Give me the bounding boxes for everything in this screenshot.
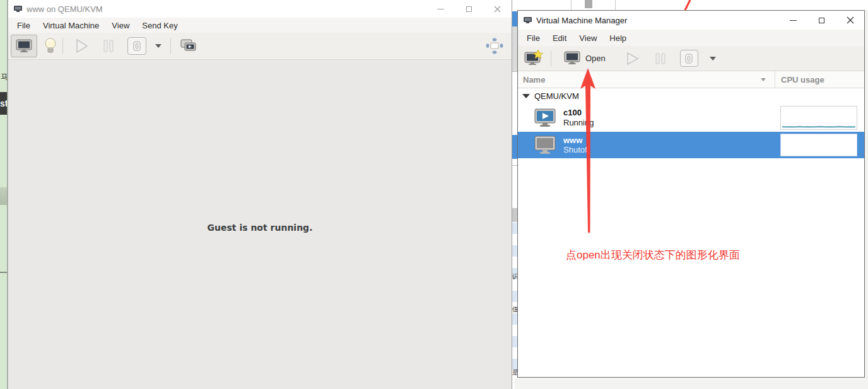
vm-window-icon — [13, 5, 23, 13]
bg-scrollbar-thumb — [585, 0, 592, 8]
menu-file[interactable]: File — [11, 19, 37, 32]
clipped-text: 识 — [512, 272, 517, 281]
gap-line — [512, 165, 517, 166]
manager-window-title: Virtual Machine Manager — [536, 16, 627, 25]
connection-label: QEMU/KVM — [534, 91, 579, 101]
gap-blue-block — [512, 135, 517, 159]
console-window: www on QEMU/KVM File Virtual Machine Vie… — [8, 0, 512, 389]
shutdown-menu-arrow[interactable] — [155, 44, 161, 48]
run-icon-disabled[interactable] — [73, 38, 90, 54]
clipped-text: 是 — [512, 368, 517, 377]
clipped-dark-badge: st — [0, 92, 8, 115]
cpu-usage-graph — [780, 106, 857, 130]
manager-window: Virtual Machine Manager File Edit View H… — [517, 10, 865, 378]
manager-toolbar: Open — [518, 46, 864, 71]
menu-view[interactable]: View — [105, 19, 136, 32]
column-header-cpu[interactable]: CPU usage — [775, 75, 824, 84]
vm-list-header: Name CPU usage — [518, 71, 864, 88]
sliver-band — [0, 187, 8, 205]
close-button[interactable] — [836, 11, 864, 30]
sliver-divider — [0, 272, 8, 273]
close-icon — [847, 16, 854, 24]
shutdown-icon — [685, 54, 693, 64]
cpu-usage-cell — [780, 106, 857, 130]
vm-row-www-selected[interactable]: www Shutoff — [518, 132, 864, 158]
desktop: { "background": { "left_edge": { "partia… — [0, 0, 868, 389]
shutdown-icon — [133, 41, 141, 51]
cpu-usage-graph-empty — [780, 134, 857, 156]
cpu-sparkline — [781, 107, 857, 129]
minimize-button[interactable] — [779, 11, 807, 30]
annotation-arrow-up — [580, 68, 597, 235]
gap-blue-block — [512, 11, 517, 26]
gap-table-rows — [512, 223, 517, 377]
annotation-text: 点open出现关闭状态下的图形化界面 — [566, 248, 740, 262]
background-window-top-sliver — [517, 0, 868, 10]
menu-virtual-machine[interactable]: Virtual Machine — [37, 19, 105, 32]
close-icon — [494, 6, 501, 13]
guest-status-message: Guest is not running. — [8, 223, 512, 233]
open-button-label: Open — [585, 54, 606, 63]
menu-edit[interactable]: Edit — [546, 32, 573, 45]
maximize-icon — [466, 6, 472, 12]
background-area — [515, 378, 868, 389]
connection-row-qemu[interactable]: QEMU/KVM — [518, 88, 864, 103]
vm-list: QEMU/KVM c100 Running — [518, 88, 864, 377]
menu-send-key[interactable]: Send Key — [136, 19, 184, 32]
gap-line — [512, 71, 517, 72]
vm-row-c100[interactable]: c100 Running — [518, 103, 864, 132]
pause-icon-disabled[interactable] — [102, 39, 115, 53]
background-window-left-sliver: 马 st — [0, 0, 8, 389]
column-header-name[interactable]: Name — [518, 71, 775, 88]
open-console-icon — [564, 51, 580, 66]
menu-help[interactable]: Help — [603, 32, 633, 45]
console-window-title: www on QEMU/KVM — [26, 4, 103, 14]
gap-gray-block — [512, 26, 517, 71]
shutdown-menu-arrow[interactable] — [710, 57, 716, 61]
menu-view[interactable]: View — [573, 32, 603, 45]
maximize-icon — [819, 18, 824, 23]
cpu-usage-cell — [780, 134, 857, 156]
manager-menubar: File Edit View Help — [518, 30, 864, 46]
run-icon-disabled[interactable] — [625, 51, 640, 66]
bg-vline — [571, 0, 572, 10]
manager-titlebar[interactable]: Virtual Machine Manager — [518, 11, 864, 30]
console-client-area: Guest is not running. — [8, 60, 512, 389]
virtual-displays-icon[interactable] — [180, 38, 197, 54]
fullscreen-icon[interactable] — [485, 37, 504, 55]
close-button[interactable] — [483, 0, 512, 18]
minimize-button[interactable] — [426, 0, 455, 18]
clipped-text: 值 — [512, 305, 517, 314]
lightbulb-icon[interactable] — [44, 37, 57, 55]
menu-file[interactable]: File — [520, 32, 546, 45]
console-toolbar — [8, 33, 512, 60]
vm-running-icon — [534, 108, 557, 127]
gap-gray-block — [512, 208, 517, 222]
shutdown-button[interactable] — [680, 50, 698, 67]
expander-icon[interactable] — [522, 94, 530, 98]
minimize-icon — [790, 20, 797, 21]
vm-window-icon — [523, 16, 532, 24]
monitor-icon — [16, 39, 32, 53]
bg-vline — [615, 0, 616, 10]
bg-red-line — [517, 0, 868, 10]
maximize-button[interactable] — [455, 0, 483, 18]
shutdown-button[interactable] — [127, 37, 146, 55]
pause-icon-disabled[interactable] — [655, 52, 666, 65]
new-vm-icon[interactable] — [524, 50, 543, 67]
maximize-button[interactable] — [807, 11, 836, 30]
clipped-text: 马 — [1, 72, 8, 83]
name-column-label: Name — [523, 75, 545, 84]
open-button[interactable]: Open — [559, 49, 611, 69]
vm-shutoff-icon — [534, 136, 557, 154]
sort-arrow-icon[interactable] — [761, 78, 766, 81]
show-graphical-console-button[interactable] — [11, 35, 37, 57]
background-window-gap-sliver: 识 值 是 — [512, 0, 517, 389]
cpu-column-label: CPU usage — [781, 75, 824, 84]
console-titlebar[interactable]: www on QEMU/KVM — [8, 0, 512, 18]
minimize-icon — [437, 9, 444, 9]
console-menubar: File Virtual Machine View Send Key — [8, 18, 512, 33]
